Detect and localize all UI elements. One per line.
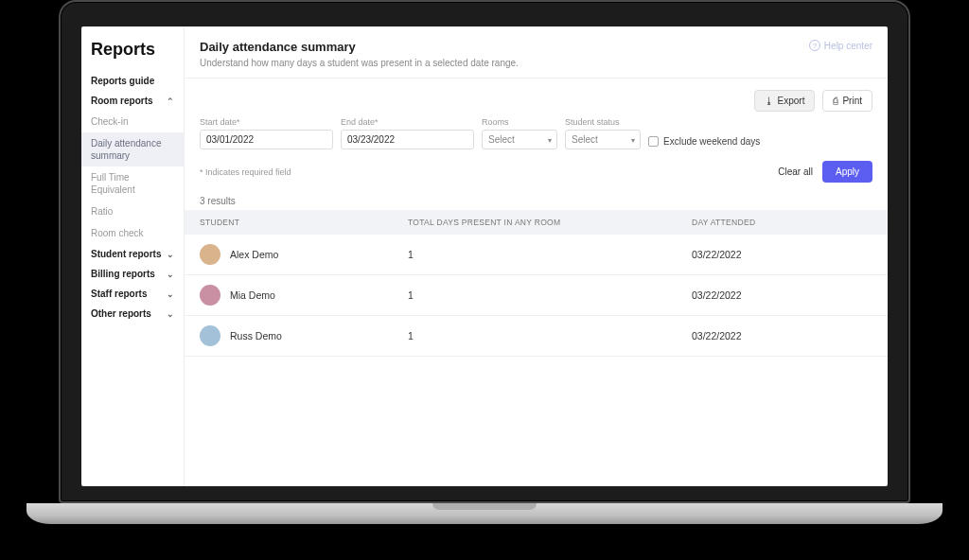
nav-label: Student reports (91, 249, 161, 259)
end-date-input[interactable] (341, 130, 474, 149)
nav-label: Staff reports (91, 289, 147, 299)
laptop-base (26, 503, 943, 524)
help-icon: ? (809, 40, 820, 51)
export-label: Export (778, 96, 805, 106)
chevron-down-icon: ⌄ (167, 270, 174, 279)
col-header-student: STUDENT (200, 218, 408, 227)
main-content: Daily attendance summary Understand how … (184, 26, 888, 486)
nav-label: Other reports (91, 308, 151, 319)
nav-student-reports[interactable]: Student reports ⌄ (81, 244, 184, 264)
nav-billing-reports[interactable]: Billing reports ⌄ (81, 264, 184, 284)
brand-title: Reports (81, 40, 184, 71)
rooms-label: Rooms (482, 117, 557, 127)
apply-button[interactable]: Apply (822, 161, 872, 183)
help-center-link[interactable]: ? Help center (809, 40, 872, 51)
table-row[interactable]: Russ Demo103/22/2022 (185, 316, 888, 357)
avatar (200, 244, 220, 265)
print-button[interactable]: ⎙ Print (822, 90, 872, 112)
chevron-down-icon: ⌄ (167, 250, 174, 259)
cell-days: 1 (408, 289, 692, 301)
chevron-down-icon: ⌄ (167, 309, 174, 319)
clear-all-button[interactable]: Clear all (778, 166, 813, 177)
table-body: Alex Demo103/22/2022Mia Demo103/22/2022R… (185, 235, 888, 357)
export-button[interactable]: ⭳ Export (754, 90, 816, 112)
start-date-field: Start date* (200, 117, 333, 149)
filter-actions: * Indicates required field Clear all App… (185, 157, 888, 190)
status-select[interactable]: Select (565, 130, 641, 149)
chevron-up-icon: ⌃ (167, 96, 174, 106)
col-header-date: DAY ATTENDED (692, 218, 872, 227)
cell-date: 03/22/2022 (692, 289, 872, 301)
exclude-weekend-checkbox[interactable]: Exclude weekend days (648, 136, 760, 149)
start-date-label: Start date* (200, 117, 333, 127)
cell-days: 1 (408, 249, 692, 260)
end-date-field: End date* (341, 117, 474, 149)
results-count: 3 results (185, 190, 888, 210)
status-field: Student status Select (565, 117, 641, 149)
sidebar: Reports Reports guide Room reports ⌃ Che… (81, 26, 184, 486)
filter-bar: Start date* End date* Rooms Select Stude… (185, 112, 888, 157)
avatar (200, 285, 220, 306)
nav-sub-room-check[interactable]: Room check (81, 222, 184, 244)
print-icon: ⎙ (833, 96, 838, 106)
cell-days: 1 (408, 330, 692, 341)
required-note: * Indicates required field (200, 167, 291, 177)
screen-bezel: Reports Reports guide Room reports ⌃ Che… (59, 0, 910, 503)
cell-date: 03/22/2022 (692, 330, 872, 341)
laptop-frame: Reports Reports guide Room reports ⌃ Che… (59, 0, 910, 524)
end-date-label: End date* (341, 117, 474, 127)
nav-label: Billing reports (91, 269, 155, 279)
rooms-select[interactable]: Select (482, 130, 557, 149)
print-label: Print (842, 96, 862, 106)
exclude-label: Exclude weekend days (663, 136, 760, 147)
action-right: Clear all Apply (778, 161, 872, 183)
page-title: Daily attendance summary (200, 40, 872, 54)
page-header: Daily attendance summary Understand how … (185, 26, 888, 79)
table-row[interactable]: Mia Demo103/22/2022 (185, 275, 888, 316)
nav-reports-guide[interactable]: Reports guide (81, 71, 184, 91)
table-header-row: STUDENT TOTAL DAYS PRESENT IN ANY ROOM D… (185, 210, 888, 235)
app-screen: Reports Reports guide Room reports ⌃ Che… (81, 26, 888, 486)
help-label: Help center (824, 41, 872, 51)
nav-sub-fte[interactable]: Full Time Equivalent (81, 166, 184, 201)
nav-other-reports[interactable]: Other reports ⌄ (81, 304, 184, 324)
nav-sub-ratio[interactable]: Ratio (81, 201, 184, 222)
rooms-field: Rooms Select (482, 117, 557, 149)
nav-label: Room reports (91, 96, 153, 106)
col-header-days: TOTAL DAYS PRESENT IN ANY ROOM (408, 218, 692, 227)
nav-room-reports[interactable]: Room reports ⌃ (81, 91, 184, 111)
chevron-down-icon: ⌄ (167, 289, 174, 299)
table-row[interactable]: Alex Demo103/22/2022 (185, 235, 888, 275)
student-name: Mia Demo (230, 289, 275, 301)
nav-staff-reports[interactable]: Staff reports ⌄ (81, 284, 184, 304)
nav-label: Reports guide (91, 76, 154, 86)
student-name: Alex Demo (230, 249, 278, 260)
toolbar: ⭳ Export ⎙ Print (185, 79, 888, 112)
cell-date: 03/22/2022 (692, 249, 872, 260)
download-icon: ⭳ (765, 96, 774, 106)
checkbox-icon (648, 136, 659, 147)
page-description: Understand how many days a student was p… (200, 58, 872, 68)
avatar (200, 325, 220, 346)
nav-sub-checkin[interactable]: Check-in (81, 111, 184, 132)
status-label: Student status (565, 117, 641, 127)
start-date-input[interactable] (200, 130, 333, 149)
nav-sub-daily-attendance[interactable]: Daily attendance summary (81, 132, 184, 166)
student-name: Russ Demo (230, 330, 282, 341)
